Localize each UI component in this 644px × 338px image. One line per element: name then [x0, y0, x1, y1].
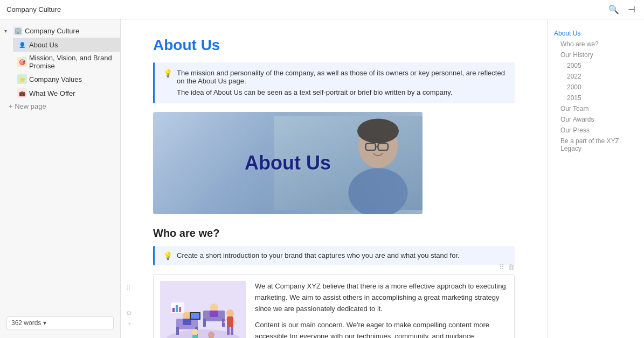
top-bar: Company Culture 🔍 ⊣ — [0, 0, 644, 19]
chevron-down-icon: ▾ — [43, 319, 46, 327]
lightbulb-icon-2: 💡 — [163, 251, 172, 260]
chevron-down-icon: ▾ — [4, 28, 11, 34]
outline-panel: About UsWho are we?Our History2005202220… — [547, 19, 644, 338]
main-layout: ▾ 🏢 Company Culture 👤 About Us 🎯 Mission… — [0, 19, 644, 338]
callout-line-2: 💡 The idea of About Us can be seen as a … — [163, 88, 506, 97]
sidebar-item-about-us-label: About Us — [29, 41, 58, 49]
outline-item-7[interactable]: Our Team — [554, 103, 638, 114]
svg-point-2 — [357, 119, 399, 144]
svg-rect-26 — [231, 327, 233, 335]
collapse-icon[interactable]: ⊣ — [626, 3, 638, 16]
new-page-label: + New page — [9, 102, 46, 110]
two-col-para-2: Content is our main concern. We're eager… — [255, 320, 508, 338]
hero-banner: About Us — [153, 112, 423, 214]
two-col-text-block: We at Company XYZ believe that there is … — [255, 281, 508, 338]
svg-rect-30 — [179, 307, 181, 312]
two-col-para-1: We at Company XYZ believe that there is … — [255, 281, 508, 314]
sidebar-item-mission-label: Mission, Vision, and Brand Promise — [29, 54, 116, 70]
outline-item-3[interactable]: 2005 — [554, 60, 638, 71]
sidebar: ▾ 🏢 Company Culture 👤 About Us 🎯 Mission… — [0, 19, 121, 338]
sidebar-item-mission[interactable]: 🎯 Mission, Vision, and Brand Promise — [13, 52, 120, 72]
left-block-controls: ⚙ ＋ — [126, 309, 133, 328]
svg-point-31 — [192, 329, 198, 335]
offer-icon: 💼 — [17, 88, 27, 98]
outline-item-8[interactable]: Our Awards — [554, 114, 638, 125]
outline-item-4[interactable]: 2022 — [554, 71, 638, 82]
drag-block-left[interactable]: ⠿ — [126, 285, 131, 292]
svg-rect-20 — [191, 313, 199, 319]
svg-point-33 — [208, 332, 214, 338]
sidebar-item-offer-label: What We Offer — [29, 89, 75, 97]
sidebar-children: 👤 About Us 🎯 Mission, Vision, and Brand … — [0, 38, 120, 100]
word-count-label: 362 words — [11, 319, 41, 327]
values-icon: ⭐ — [17, 74, 27, 84]
svg-rect-15 — [203, 319, 206, 327]
svg-rect-32 — [192, 335, 198, 338]
svg-rect-18 — [210, 311, 218, 317]
who-are-we-callout: 💡 Create a short introduction to your br… — [153, 246, 515, 265]
content-area: About Us 💡 The mission and personality o… — [121, 19, 547, 338]
svg-rect-22 — [227, 316, 233, 327]
settings-icon[interactable]: ⚙ — [126, 309, 133, 317]
add-block-left[interactable]: ＋ — [121, 285, 122, 294]
sidebar-root-label: Company Culture — [25, 27, 79, 35]
sidebar-item-about-us[interactable]: 👤 About Us — [13, 38, 120, 52]
sidebar-item-offer[interactable]: 💼 What We Offer — [13, 86, 120, 100]
two-col-illustration — [160, 281, 246, 338]
sidebar-item-values-label: Company Values — [29, 75, 82, 83]
page-title: About Us — [153, 37, 515, 54]
outline-item-2[interactable]: Our History — [554, 50, 638, 60]
svg-rect-25 — [227, 327, 230, 335]
outline-item-10[interactable]: Be a part of the XYZ Legacy — [554, 136, 638, 154]
callout-block-intro: 💡 The mission and personality of the com… — [153, 62, 515, 103]
sidebar-root[interactable]: ▾ 🏢 Company Culture — [0, 24, 120, 38]
who-are-we-heading: Who are we? — [153, 227, 515, 240]
mission-icon: 🎯 — [17, 57, 27, 67]
outline-item-9[interactable]: Our Press — [554, 125, 638, 136]
search-icon[interactable]: 🔍 — [606, 3, 621, 16]
new-page-button[interactable]: + New page — [0, 100, 120, 112]
outline-item-5[interactable]: 2000 — [554, 82, 638, 93]
hero-banner-text: About Us — [245, 152, 331, 174]
outline-items: About UsWho are we?Our History2005202220… — [554, 28, 638, 154]
drag-handle-icon[interactable]: ⠿ — [499, 263, 504, 271]
sidebar-item-values[interactable]: ⭐ Company Values — [13, 72, 120, 86]
block-controls-top: ⠿ 🗑 — [499, 263, 515, 271]
two-col-wrapper: ⠿ 🗑 ⚙ ＋ ＋ ⠿ — [153, 274, 515, 338]
outline-item-0[interactable]: About Us — [554, 28, 638, 39]
add-below-icon[interactable]: ＋ — [126, 319, 133, 328]
outline-item-6[interactable]: 2015 — [554, 93, 638, 103]
about-us-icon: 👤 — [17, 40, 27, 50]
svg-point-21 — [226, 309, 234, 317]
lightbulb-icon: 💡 — [163, 69, 172, 78]
top-bar-title: Company Culture — [6, 5, 602, 13]
sidebar-section: ▾ 🏢 Company Culture 👤 About Us 🎯 Mission… — [0, 24, 120, 112]
delete-icon[interactable]: 🗑 — [508, 263, 515, 271]
two-col-block: We at Company XYZ believe that there is … — [153, 274, 515, 338]
root-icon: 🏢 — [13, 26, 23, 36]
svg-rect-29 — [176, 305, 178, 312]
svg-rect-28 — [172, 308, 175, 312]
word-count-button[interactable]: 362 words ▾ — [6, 316, 114, 329]
svg-rect-10 — [176, 327, 179, 335]
outline-item-1[interactable]: Who are we? — [554, 39, 638, 50]
office-illustration-svg — [160, 281, 246, 338]
callout-line-1: 💡 The mission and personality of the com… — [163, 69, 506, 85]
